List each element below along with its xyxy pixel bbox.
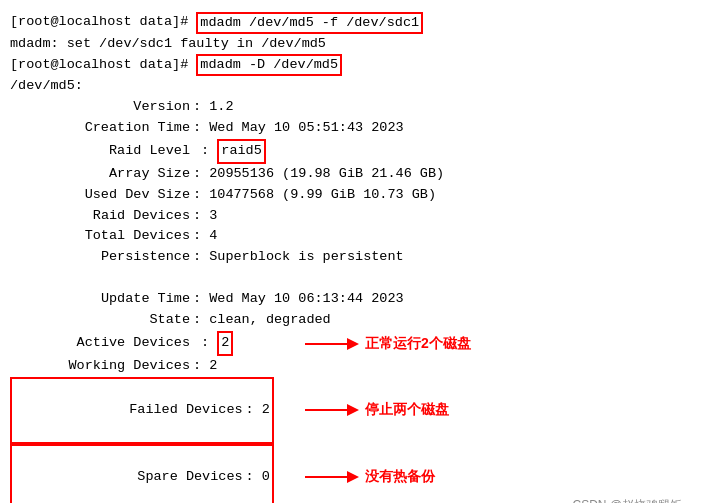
version-label: Version — [10, 97, 190, 118]
state-line: State: clean, degraded — [10, 310, 694, 331]
raid-level-sep: : — [193, 141, 217, 162]
failed-devices-val: : 2 — [246, 402, 270, 417]
update-time-val: : Wed May 10 06:13:44 2023 — [193, 289, 404, 310]
creation-line: Creation Time: Wed May 10 05:51:43 2023 — [10, 118, 694, 139]
array-size-label: Array Size — [10, 164, 190, 185]
output1-line: mdadm: set /dev/sdc1 faulty in /dev/md5 — [10, 34, 694, 55]
failed-devices-label: Failed Devices — [63, 400, 243, 421]
device-text: /dev/md5: — [10, 76, 83, 97]
raid-level-line: Raid Level : raid5 — [10, 139, 694, 164]
update-time-line: Update Time: Wed May 10 06:13:44 2023 — [10, 289, 694, 310]
failed-annotation-text: 停止两个磁盘 — [365, 399, 449, 421]
used-dev-val: : 10477568 (9.99 GiB 10.73 GB) — [193, 185, 436, 206]
total-devices-line: Total Devices: 4 — [10, 226, 694, 247]
total-devices-label: Total Devices — [10, 226, 190, 247]
failed-devices-line: Failed Devices: 2 停止两个磁盘 — [10, 377, 694, 444]
spare-annotation-arrow: 没有热备份 — [305, 466, 435, 488]
raid-devices-val: : 3 — [193, 206, 217, 227]
device-line: /dev/md5: — [10, 76, 694, 97]
arrow-svg-active — [305, 334, 365, 354]
raid-level-label: Raid Level — [10, 141, 190, 162]
raid-level-val-box: raid5 — [217, 139, 266, 164]
total-devices-val: : 4 — [193, 226, 217, 247]
output1-text: mdadm: set /dev/sdc1 faulty in /dev/md5 — [10, 34, 326, 55]
update-time-label: Update Time — [10, 289, 190, 310]
active-devices-line: Active Devices : 2 正常运行2个磁盘 — [10, 331, 694, 356]
version-val: : 1.2 — [193, 97, 234, 118]
cmd2-line: [root@localhost data]# mdadm -D /dev/md5 — [10, 54, 694, 76]
active-devices-sep: : — [193, 333, 217, 354]
arrow-svg-spare — [305, 467, 365, 487]
cmd1-box: mdadm /dev/md5 -f /dev/sdc1 — [196, 12, 423, 34]
active-devices-label: Active Devices — [10, 333, 190, 354]
failed-annotation-arrow: 停止两个磁盘 — [305, 399, 449, 421]
array-size-val: : 20955136 (19.98 GiB 21.46 GB) — [193, 164, 444, 185]
state-val: : clean, degraded — [193, 310, 331, 331]
active-annotation-arrow: 正常运行2个磁盘 — [305, 333, 471, 355]
prompt2: [root@localhost data]# — [10, 55, 196, 76]
version-line: Version: 1.2 — [10, 97, 694, 118]
active-devices-val-box: 2 — [217, 331, 233, 356]
failed-devices-box: Failed Devices: 2 — [10, 377, 274, 444]
spare-devices-line: Spare Devices: 0 没有热备份 — [10, 444, 694, 503]
active-annotation-text: 正常运行2个磁盘 — [365, 333, 471, 355]
working-devices-label: Working Devices — [10, 356, 190, 377]
spare-devices-label: Spare Devices — [63, 467, 243, 488]
spare-devices-box: Spare Devices: 0 — [10, 444, 274, 503]
creation-val: : Wed May 10 05:51:43 2023 — [193, 118, 404, 139]
blank-line-1 — [10, 268, 694, 289]
arrow-svg-failed — [305, 400, 365, 420]
persistence-val: : Superblock is persistent — [193, 247, 404, 268]
spare-annotation-text: 没有热备份 — [365, 466, 435, 488]
creation-label: Creation Time — [10, 118, 190, 139]
working-devices-line: Working Devices: 2 — [10, 356, 694, 377]
prompt1: [root@localhost data]# — [10, 12, 196, 33]
cmd2-box: mdadm -D /dev/md5 — [196, 54, 342, 76]
used-dev-label: Used Dev Size — [10, 185, 190, 206]
cmd1-line: [root@localhost data]# mdadm /dev/md5 -f… — [10, 12, 694, 34]
persistence-label: Persistence — [10, 247, 190, 268]
raid-devices-line: Raid Devices: 3 — [10, 206, 694, 227]
array-size-line: Array Size: 20955136 (19.98 GiB 21.46 GB… — [10, 164, 694, 185]
state-label: State — [10, 310, 190, 331]
terminal-window: [root@localhost data]# mdadm /dev/md5 -f… — [0, 0, 704, 503]
persistence-line: Persistence: Superblock is persistent — [10, 247, 694, 268]
working-devices-val: : 2 — [193, 356, 217, 377]
used-dev-line: Used Dev Size: 10477568 (9.99 GiB 10.73 … — [10, 185, 694, 206]
spare-devices-val: : 0 — [246, 469, 270, 484]
raid-devices-label: Raid Devices — [10, 206, 190, 227]
watermark: CSDN @赵烧鸡腿饭。 — [572, 496, 694, 503]
